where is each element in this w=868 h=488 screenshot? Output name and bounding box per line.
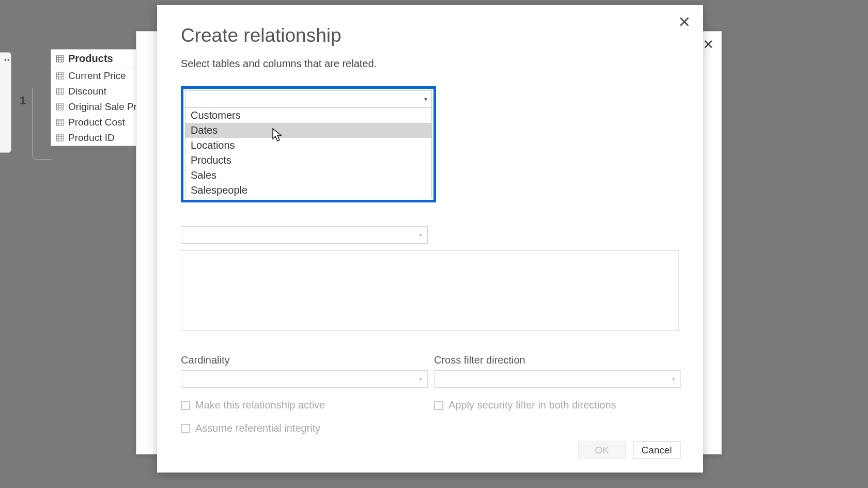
field-icon <box>56 72 64 80</box>
chevron-down-icon: ▾ <box>424 96 427 103</box>
field-label: Original Sale Pri <box>68 101 138 113</box>
table-field-row[interactable]: Product ID <box>51 130 138 146</box>
dropdown-option[interactable]: Dates <box>185 123 431 138</box>
checkbox-icon[interactable] <box>434 401 443 410</box>
field-icon <box>56 88 64 95</box>
dialog-title: Create relationship <box>181 25 679 46</box>
table-card-title: Products <box>68 53 113 65</box>
relationship-line <box>32 88 52 160</box>
minimized-panel: •• <box>0 52 11 153</box>
table-dropdown-list: CustomersDatesLocationsProductsSalesSale… <box>185 108 432 198</box>
svg-rect-5 <box>56 73 64 79</box>
chevron-down-icon: ▾ <box>419 376 422 383</box>
crossfilter-combo[interactable]: ▾ <box>434 370 681 388</box>
chevron-down-icon: ▾ <box>672 376 675 383</box>
table-card-products[interactable]: Products Current PriceDiscountOriginal S… <box>51 49 138 146</box>
crossfilter-label: Cross filter direction <box>434 354 681 366</box>
referential-label: Assume referential integrity <box>195 422 320 434</box>
close-icon[interactable]: ✕ <box>678 14 691 30</box>
field-icon <box>56 119 64 126</box>
field-icon <box>56 134 64 141</box>
table-field-row[interactable]: Current Price <box>51 68 138 84</box>
dropdown-option[interactable]: Products <box>185 153 431 168</box>
svg-rect-0 <box>56 55 64 61</box>
table-field-row[interactable]: Discount <box>51 84 138 99</box>
ok-button[interactable]: OK <box>578 442 626 459</box>
field-label: Product Cost <box>68 117 125 128</box>
referential-integrity-checkbox-row[interactable]: Assume referential integrity <box>181 422 428 434</box>
field-icon <box>56 103 64 111</box>
dropdown-option[interactable]: Sales <box>185 168 431 183</box>
dropdown-option[interactable]: Salespeople <box>185 183 431 198</box>
svg-rect-25 <box>56 135 64 141</box>
cardinality-label: Cardinality <box>181 354 428 366</box>
security-label: Apply security filter in both directions <box>448 399 616 411</box>
field-label: Current Price <box>68 70 126 82</box>
panel-drag-dots: •• <box>4 56 10 64</box>
make-active-checkbox-row[interactable]: Make this relationship active <box>181 399 428 411</box>
checkbox-icon[interactable] <box>181 401 190 410</box>
field-label: Product ID <box>68 132 115 144</box>
dialog-subtitle: Select tables and columns that are relat… <box>181 58 679 70</box>
second-table-preview <box>181 250 679 331</box>
table-card-header[interactable]: Products <box>51 50 138 68</box>
svg-rect-20 <box>56 119 64 125</box>
dropdown-option[interactable]: Customers <box>185 108 431 123</box>
make-active-label: Make this relationship active <box>195 399 325 411</box>
table-field-row[interactable]: Product Cost <box>51 115 138 130</box>
chevron-down-icon: ▾ <box>419 232 422 239</box>
table-field-row[interactable]: Original Sale Pri <box>51 99 138 115</box>
first-table-combo[interactable]: ▾ <box>185 90 432 108</box>
create-relationship-dialog: ✕ Create relationship Select tables and … <box>157 5 703 473</box>
svg-rect-10 <box>56 88 64 95</box>
svg-rect-15 <box>56 104 64 110</box>
checkbox-icon[interactable] <box>181 424 190 433</box>
table-icon <box>56 55 64 62</box>
cardinality-combo[interactable]: ▾ <box>181 370 428 388</box>
field-label: Discount <box>68 86 106 97</box>
relationship-cardinality-1: 1 <box>20 94 26 107</box>
cancel-button[interactable]: Cancel <box>633 442 680 459</box>
dropdown-option[interactable]: Locations <box>185 138 431 153</box>
second-table-combo[interactable]: ▾ <box>181 226 428 244</box>
first-table-selector-highlight: ▾ CustomersDatesLocationsProductsSalesSa… <box>181 86 436 202</box>
close-icon[interactable]: ✕ <box>703 38 714 51</box>
security-filter-checkbox-row[interactable]: Apply security filter in both directions <box>434 399 681 411</box>
